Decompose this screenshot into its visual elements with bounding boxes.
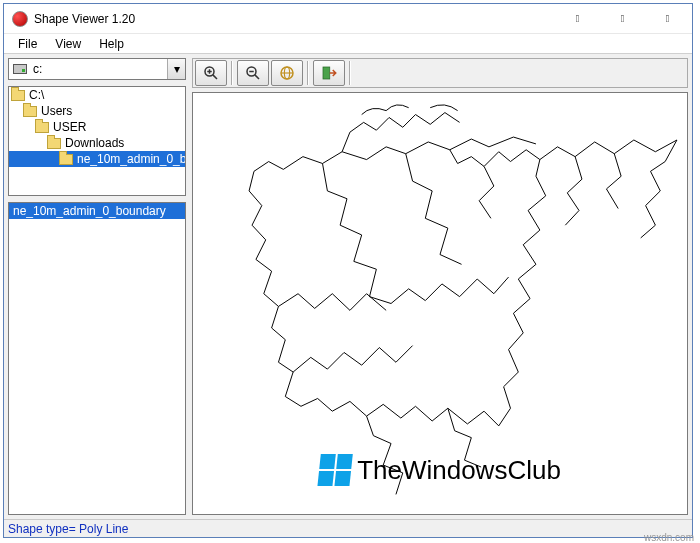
statusbar: Shape type= Poly Line — [4, 519, 692, 537]
divider — [231, 61, 233, 85]
exit-button[interactable] — [313, 60, 345, 86]
tree-item[interactable]: C:\ — [9, 87, 185, 103]
tree-item-label: ne_10m_admin_0_bou — [77, 152, 185, 166]
tree-item[interactable]: Users — [9, 103, 185, 119]
folder-icon — [35, 122, 49, 133]
drive-icon — [13, 64, 27, 74]
folder-icon — [47, 138, 61, 149]
client-area: c: ▾ C:\UsersUSERDownloadsne_10m_admin_0… — [4, 54, 692, 519]
left-panel: c: ▾ C:\UsersUSERDownloadsne_10m_admin_0… — [8, 58, 186, 515]
chevron-down-icon: ▾ — [167, 59, 185, 79]
tree-item[interactable]: Downloads — [9, 135, 185, 151]
menu-help[interactable]: Help — [91, 36, 132, 52]
folder-tree[interactable]: C:\UsersUSERDownloadsne_10m_admin_0_bou — [8, 86, 186, 196]
windows-logo-icon — [317, 454, 352, 486]
close-button[interactable]:  — [645, 4, 690, 33]
titlebar: Shape Viewer 1.20    — [4, 4, 692, 34]
status-text: Shape type= Poly Line — [8, 522, 128, 536]
watermark-text: TheWindowsClub — [357, 455, 561, 486]
minimize-button[interactable]:  — [555, 4, 600, 33]
right-panel: TheWindowsClub — [192, 58, 688, 515]
divider — [307, 61, 309, 85]
maximize-button[interactable]:  — [600, 4, 645, 33]
svg-rect-10 — [323, 67, 330, 79]
tree-item-label: USER — [53, 120, 86, 134]
folder-icon — [59, 154, 73, 165]
map-viewport[interactable]: TheWindowsClub — [192, 92, 688, 515]
window-title: Shape Viewer 1.20 — [34, 12, 555, 26]
watermark: TheWindowsClub — [319, 454, 561, 486]
file-list[interactable]: ne_10m_admin_0_boundary — [8, 202, 186, 515]
source-credit: wsxdn.com — [644, 532, 694, 543]
svg-line-1 — [213, 75, 217, 79]
folder-icon — [23, 106, 37, 117]
drive-label: c: — [33, 62, 42, 76]
zoom-out-button[interactable] — [237, 60, 269, 86]
tree-item-label: Users — [41, 104, 72, 118]
globe-icon — [278, 64, 296, 82]
divider — [349, 61, 351, 85]
zoom-extent-button[interactable] — [271, 60, 303, 86]
tree-item-label: C:\ — [29, 88, 44, 102]
drive-combobox[interactable]: c: ▾ — [8, 58, 186, 80]
tree-item-label: Downloads — [65, 136, 124, 150]
shape-render — [193, 93, 687, 514]
menubar: File View Help — [4, 34, 692, 54]
tree-item[interactable]: ne_10m_admin_0_bou — [9, 151, 185, 167]
zoom-out-icon — [244, 64, 262, 82]
list-item[interactable]: ne_10m_admin_0_boundary — [9, 203, 185, 219]
tree-item[interactable]: USER — [9, 119, 185, 135]
svg-line-5 — [255, 75, 259, 79]
app-window: Shape Viewer 1.20    File View Help c… — [3, 3, 693, 538]
menu-view[interactable]: View — [47, 36, 89, 52]
zoom-in-icon — [202, 64, 220, 82]
folder-icon — [11, 90, 25, 101]
menu-file[interactable]: File — [10, 36, 45, 52]
app-icon — [12, 11, 28, 27]
exit-icon — [320, 64, 338, 82]
zoom-in-button[interactable] — [195, 60, 227, 86]
toolbar — [192, 58, 688, 88]
